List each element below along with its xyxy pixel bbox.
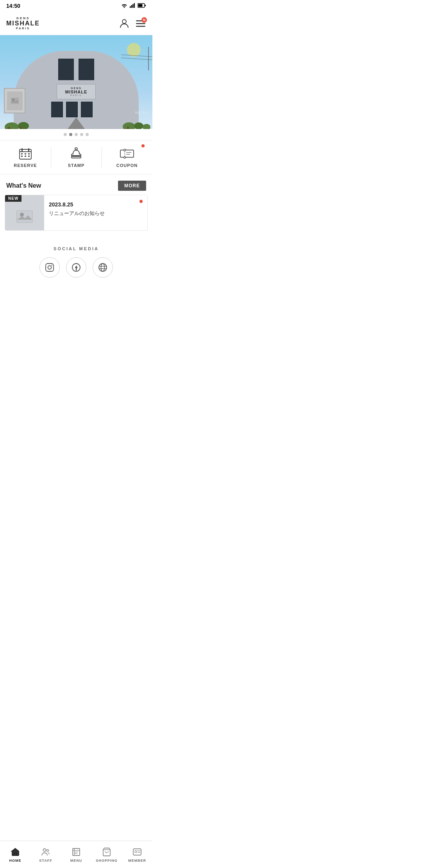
watermark: Yoしたし [135,110,149,115]
new-badge: NEW [5,195,21,202]
building-sign: GENS MISHALE PARIS [57,84,96,99]
news-card-1[interactable]: 2023.8.25 リニューアルのお知らせ NEW [5,195,148,231]
svg-point-7 [122,20,126,23]
plants-row [0,117,152,129]
reserve-button[interactable]: RESERVE [0,140,51,174]
whats-new-header: What's New MORE [0,174,152,195]
svg-rect-31 [21,156,23,157]
svg-rect-45 [46,264,54,271]
indicator-2[interactable] [69,133,72,136]
svg-rect-22 [20,127,21,129]
svg-line-12 [121,55,152,57]
svg-rect-5 [145,5,146,6]
coupon-icon [120,147,134,161]
svg-point-16 [5,122,19,129]
action-buttons-row: RESERVE STAMP COUPON [0,140,152,174]
app-logo: GENS MISHALE PARIS [6,16,40,30]
news-date: 2023.8.25 [49,201,143,208]
coupon-badge [141,144,145,147]
news-content-1: 2023.8.25 リニューアルのお知らせ [44,195,147,230]
status-bar: 14:50 [0,0,152,12]
social-media-section: SOCIAL MEDIA [0,237,152,287]
svg-rect-6 [138,4,143,7]
svg-rect-23 [127,127,129,129]
status-time: 14:50 [6,3,20,9]
svg-rect-9 [136,23,145,24]
svg-rect-14 [11,98,19,104]
svg-rect-3 [134,3,135,8]
instagram-button[interactable] [39,257,60,278]
whats-new-title: What's New [6,182,41,189]
stamp-icon [69,147,83,161]
svg-rect-10 [136,26,145,27]
hero-banner[interactable]: GENS MISHALE PARIS [0,35,152,129]
reserve-icon [18,147,32,161]
svg-rect-32 [25,156,26,157]
svg-point-38 [124,149,126,151]
indicator-5[interactable] [86,133,89,136]
poster-frame [4,88,25,113]
svg-rect-1 [131,5,132,8]
svg-rect-21 [8,127,10,129]
svg-rect-2 [132,4,134,8]
svg-line-13 [121,58,152,60]
indicator-1[interactable] [64,133,67,136]
indicator-4[interactable] [80,133,83,136]
more-button[interactable]: MORE [118,181,146,191]
svg-point-39 [124,156,126,158]
header-actions: N [119,18,146,29]
battery-icon [138,3,146,9]
svg-rect-28 [21,153,23,154]
carousel-indicators [0,129,152,140]
svg-rect-40 [126,152,131,153]
facebook-button[interactable] [66,257,86,278]
svg-rect-41 [126,154,130,155]
reserve-label: RESERVE [14,163,37,168]
svg-rect-30 [28,153,30,154]
notification-badge: N [141,17,147,23]
svg-rect-43 [17,211,32,222]
svg-rect-0 [130,6,131,8]
svg-point-50 [101,264,105,271]
social-icons-row [6,257,146,278]
website-button[interactable] [93,257,113,278]
svg-point-49 [99,264,107,271]
svg-rect-26 [21,148,23,151]
svg-point-19 [134,122,143,129]
news-badge-dot [139,200,143,203]
news-title: リニューアルのお知らせ [49,210,143,217]
svg-point-46 [48,266,52,269]
header: GENS MISHALE PARIS N [0,12,152,35]
svg-point-47 [51,265,52,265]
menu-button[interactable]: N [135,18,146,29]
social-media-title: SOCIAL MEDIA [6,246,146,251]
svg-rect-29 [25,153,26,154]
status-icons [121,3,146,9]
svg-rect-33 [28,156,30,157]
svg-rect-25 [20,151,31,152]
svg-point-20 [143,124,150,129]
coupon-button[interactable]: COUPON [102,140,152,174]
logo-text: GENS MISHALE PARIS [6,16,40,30]
signal-icon [130,3,135,9]
profile-button[interactable] [119,18,130,29]
stamp-label: STAMP [68,163,85,168]
power-lines [121,47,152,70]
stamp-button[interactable]: STAMP [51,140,102,174]
svg-rect-36 [120,150,134,158]
svg-rect-34 [72,156,81,158]
coupon-label: COUPON [116,163,138,168]
wifi-icon [121,3,127,9]
svg-rect-35 [75,148,77,150]
svg-rect-27 [28,148,29,151]
indicator-3[interactable] [75,133,78,136]
